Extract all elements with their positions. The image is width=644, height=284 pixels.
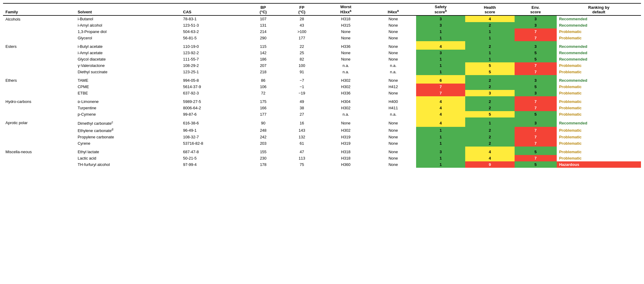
h3xx-cell: H360: [321, 161, 370, 168]
env-score-cell: 7: [515, 69, 557, 75]
solvent-cell: ᴅ-Limonene: [75, 96, 181, 105]
safety-score-cell: 3: [416, 50, 465, 56]
family-cell: Hydro-carbons: [3, 96, 75, 117]
cas-cell: 5614-37-9: [181, 84, 244, 90]
health-score-cell: 2: [465, 96, 514, 105]
table-row: Diethyl succinate123-25-121891n.a.n.a.15…: [3, 69, 641, 75]
h3xx-cell: None: [321, 50, 370, 56]
h3xx-cell: H336: [321, 90, 370, 96]
table-row: i-Amyl alcohol123-51-313143H315None323Re…: [3, 22, 641, 28]
cas-cell: 637-92-3: [181, 90, 244, 96]
env-score-cell: 5: [515, 56, 557, 62]
env-score-cell: 7: [515, 127, 557, 134]
solvent-cell: i-Butyl acetate: [75, 41, 181, 50]
table-row: Alcoholsi-Butanol78-83-110728H318None343…: [3, 15, 641, 22]
ranking-cell: Problematic: [557, 28, 641, 35]
bp-cell: 203: [244, 140, 283, 147]
h4xx-cell: None: [370, 41, 416, 50]
solvent-cell: TH-furfuryl alcohol: [75, 161, 181, 168]
ranking-cell: Problematic: [557, 69, 641, 75]
solvent-cell: i-Butanol: [75, 15, 181, 22]
bp-cell: 175: [244, 96, 283, 105]
solvent-cell: p-Cymene: [75, 111, 181, 117]
h4xx-cell: None: [370, 50, 416, 56]
h3xx-cell: H319: [321, 134, 370, 140]
env-score-cell: 7: [515, 28, 557, 35]
fp-cell: 22: [282, 41, 321, 50]
env-score-cell: 7: [515, 134, 557, 140]
cas-cell: 50-21-5: [181, 155, 244, 161]
h4xx-cell: None: [370, 28, 416, 35]
h3xx-cell: H302: [321, 127, 370, 134]
safety-score-cell: 3: [416, 147, 465, 155]
h3xx-cell: H336: [321, 41, 370, 50]
fp-cell: −19: [282, 90, 321, 96]
env-score-cell: 7: [515, 155, 557, 161]
bp-cell: 115: [244, 41, 283, 50]
env-score-cell: 7: [515, 62, 557, 69]
fp-cell: −1: [282, 84, 321, 90]
solvent-cell: Lactic acid: [75, 155, 181, 161]
bp-cell: 242: [244, 134, 283, 140]
h3xx-cell: H302: [321, 75, 370, 84]
ranking-cell: Recommended: [557, 15, 641, 22]
health-score-cell: 4: [465, 155, 514, 161]
env-score-cell: 3: [515, 75, 557, 84]
ranking-cell: Recommended: [557, 22, 641, 28]
cas-cell: 111-55-7: [181, 56, 244, 62]
env-score-cell: 7: [515, 140, 557, 147]
fp-cell: 132: [282, 134, 321, 140]
safety-score-cell: 1: [416, 28, 465, 35]
cas-cell: 96-49-1: [181, 127, 244, 134]
bp-cell: 86: [244, 75, 283, 84]
fp-cell: 28: [282, 15, 321, 22]
h4xx-cell: None: [370, 127, 416, 134]
solvent-cell: Ethylene carbonated: [75, 127, 181, 134]
solvent-cell: 1,3-Propane diol: [75, 28, 181, 35]
h3xx-cell: n.a.: [321, 111, 370, 117]
env-score-cell: 3: [515, 15, 557, 22]
table-row: Glycerol56-81-5290177NoneNone117Problema…: [3, 35, 641, 41]
cas-cell: 99-87-6: [181, 111, 244, 117]
solvent-cell: Glycerol: [75, 35, 181, 41]
h3xx-cell: H318: [321, 15, 370, 22]
cas-cell: 108-32-7: [181, 134, 244, 140]
safety-score-cell: 1: [416, 127, 465, 134]
solvent-cell: i-Amyl alcohol: [75, 22, 181, 28]
header-fp: FP(°C): [282, 3, 321, 15]
bp-cell: 177: [244, 111, 283, 117]
fp-cell: 82: [282, 56, 321, 62]
cas-cell: 8006-64-2: [181, 105, 244, 111]
h4xx-cell: None: [370, 117, 416, 127]
safety-score-cell: 4: [416, 105, 465, 111]
health-score-cell: 1: [465, 35, 514, 41]
table-row: Hydro-carbonsᴅ-Limonene5989-27-517549H30…: [3, 96, 641, 105]
safety-score-cell: 4: [416, 41, 465, 50]
health-score-cell: 1: [465, 50, 514, 56]
table-row: TH-furfuryl alcohol97-99-417875H360None1…: [3, 161, 641, 168]
table-row: Miscella-neousEthyl lactate687-47-815547…: [3, 147, 641, 155]
fp-cell: 113: [282, 155, 321, 161]
cas-cell: 53716-82-8: [181, 140, 244, 147]
h4xx-cell: None: [370, 147, 416, 155]
health-score-cell: 5: [465, 69, 514, 75]
h4xx-cell: n.a.: [370, 111, 416, 117]
table-row: ETBE637-92-372−19H336None733Problematic: [3, 90, 641, 96]
ranking-cell: Problematic: [557, 111, 641, 117]
safety-score-cell: 1: [416, 134, 465, 140]
bp-cell: 207: [244, 62, 283, 69]
safety-score-cell: 7: [416, 90, 465, 96]
env-score-cell: 3: [515, 22, 557, 28]
bp-cell: 178: [244, 161, 283, 168]
ranking-cell: Recommended: [557, 50, 641, 56]
health-score-cell: 2: [465, 75, 514, 84]
env-score-cell: 5: [515, 84, 557, 90]
h4xx-cell: H411: [370, 105, 416, 111]
env-score-cell: 5: [515, 161, 557, 168]
h3xx-cell: None: [321, 28, 370, 35]
health-score-cell: 4: [465, 15, 514, 22]
solvent-cell: γ-Valerolactone: [75, 62, 181, 69]
health-score-cell: 5: [465, 62, 514, 69]
safety-score-cell: 1: [416, 69, 465, 75]
solvent-cell: Turpentine: [75, 105, 181, 111]
